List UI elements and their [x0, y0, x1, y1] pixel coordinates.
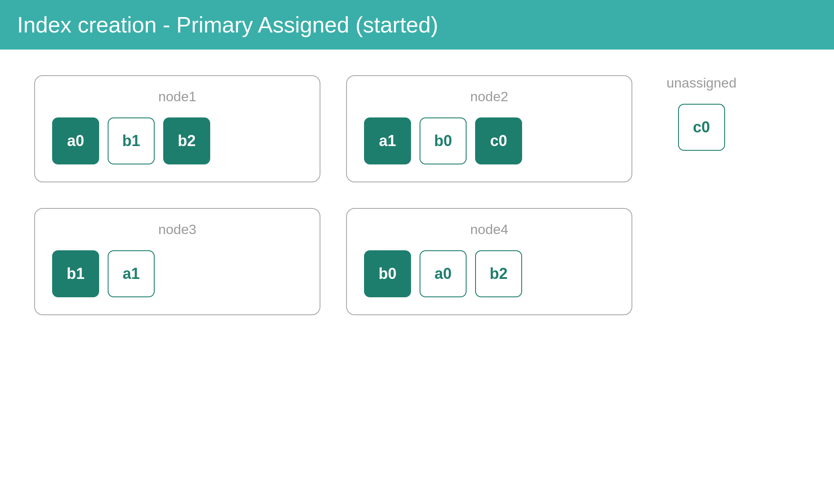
unassigned-shard-c0: c0: [678, 104, 725, 151]
shard-node4-a0: a0: [420, 250, 467, 297]
page-title: Index creation - Primary Assigned (start…: [17, 12, 817, 38]
shard-node3-a1: a1: [108, 250, 155, 297]
shards-grid-node1: a0b1b2: [52, 117, 302, 164]
unassigned-label: unassigned: [667, 75, 737, 91]
shard-node4-b2: b2: [475, 250, 522, 297]
node-box-node1: node1a0b1b2: [34, 75, 320, 182]
shard-node1-b1: b1: [108, 117, 155, 164]
shard-node1-a0: a0: [52, 117, 99, 164]
shards-grid-node3: b1a1: [52, 250, 302, 297]
node-box-node2: node2a1b0c0: [346, 75, 632, 182]
main-content: node1a0b1b2node2a1b0c0node3b1a1node4b0a0…: [0, 50, 834, 341]
shard-node4-b0: b0: [364, 250, 411, 297]
shards-grid-node2: a1b0c0: [364, 117, 614, 164]
page-header: Index creation - Primary Assigned (start…: [0, 0, 834, 50]
node-title-node4: node4: [364, 222, 614, 237]
shard-node3-b1: b1: [52, 250, 99, 297]
shards-grid-node4: b0a0b2: [364, 250, 614, 297]
shard-node2-b0: b0: [420, 117, 467, 164]
shard-node2-a1: a1: [364, 117, 411, 164]
unassigned-shards: c0: [678, 104, 725, 151]
shard-node2-c0: c0: [475, 117, 522, 164]
unassigned-section: unassigned c0: [667, 75, 737, 151]
node-title-node1: node1: [52, 89, 302, 105]
node-box-node3: node3b1a1: [34, 208, 320, 315]
nodes-grid: node1a0b1b2node2a1b0c0node3b1a1node4b0a0…: [34, 75, 632, 315]
node-box-node4: node4b0a0b2: [346, 208, 632, 315]
node-title-node2: node2: [364, 89, 614, 105]
shard-node1-b2: b2: [163, 117, 210, 164]
node-title-node3: node3: [52, 222, 302, 237]
